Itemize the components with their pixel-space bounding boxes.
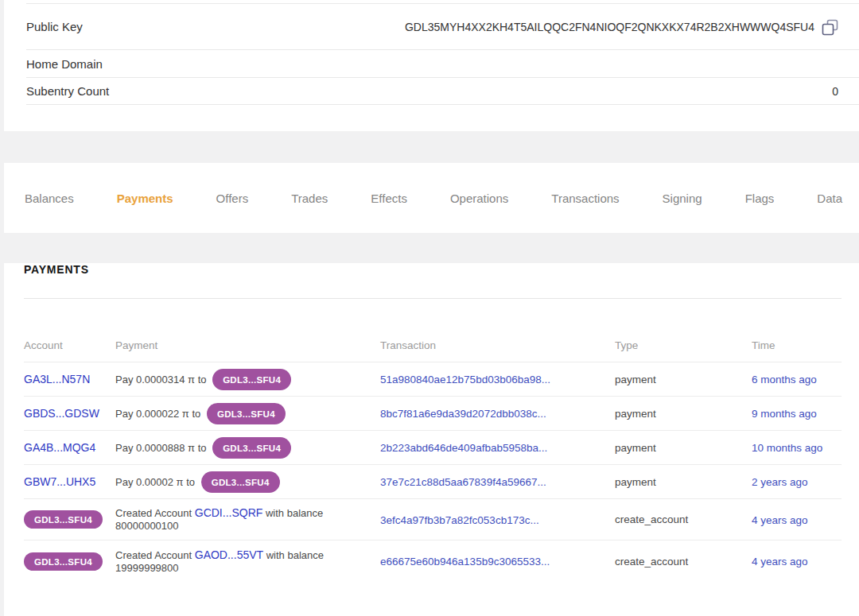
payment-description: Pay 0.000022 π to bbox=[115, 408, 200, 420]
tab-effects[interactable]: Effects bbox=[371, 192, 407, 205]
account-badge[interactable]: GDL3...SFU4 bbox=[24, 510, 103, 529]
operation-type: payment bbox=[615, 476, 752, 488]
transaction-link[interactable]: 51a980840ae12b75bd03b06ba98... bbox=[380, 374, 550, 385]
account-details-rows: Public Key GDL35MYH4XX2KH4T5AILQQC2FN4NI… bbox=[26, 3, 859, 105]
account-badge[interactable]: GDL3...SFU4 bbox=[207, 403, 286, 424]
tab-data[interactable]: Data bbox=[817, 192, 842, 205]
header-account: Account bbox=[24, 339, 115, 351]
tab-payments[interactable]: Payments bbox=[117, 192, 173, 205]
transaction-link[interactable]: 3efc4a97fb3b7a82fc053cb173c... bbox=[380, 514, 539, 526]
payment-description: Pay 0.0000888 π to bbox=[115, 442, 207, 454]
public-key-label: Public Key bbox=[26, 20, 83, 33]
payment-description: Pay 0.00002 π to bbox=[115, 476, 195, 488]
payments-section: PAYMENTS Account Payment Transaction Typ… bbox=[4, 263, 859, 616]
detail-row-public-key: Public Key GDL35MYH4XX2KH4T5AILQQC2FN4NI… bbox=[26, 3, 859, 50]
subentry-count-value: 0 bbox=[832, 85, 838, 98]
time-link[interactable]: 9 months ago bbox=[752, 408, 817, 420]
table-row: GA3L...N57N Pay 0.0000314 π to GDL3...SF… bbox=[24, 362, 842, 397]
time-link[interactable]: 4 years ago bbox=[752, 514, 808, 526]
tab-operations[interactable]: Operations bbox=[450, 192, 508, 205]
time-link[interactable]: 6 months ago bbox=[752, 374, 817, 385]
payments-table-header: Account Payment Transaction Type Time bbox=[24, 299, 842, 362]
payments-section-title: PAYMENTS bbox=[24, 263, 842, 276]
account-link[interactable]: GBDS...GDSW bbox=[24, 407, 99, 420]
account-tabs: Balances Payments Offers Trades Effects … bbox=[4, 163, 859, 233]
account-badge[interactable]: GDL3...SFU4 bbox=[24, 552, 103, 571]
detail-row-home-domain: Home Domain bbox=[26, 50, 859, 78]
payment-description: Created Account bbox=[115, 507, 192, 519]
table-row: GA4B...MQG4 Pay 0.0000888 π to GDL3...SF… bbox=[24, 431, 842, 465]
time-link[interactable]: 10 months ago bbox=[752, 442, 822, 454]
account-details-card: Public Key GDL35MYH4XX2KH4T5AILQQC2FN4NI… bbox=[4, 0, 859, 131]
detail-row-subentry-count: Subentry Count 0 bbox=[26, 78, 859, 105]
transaction-link[interactable]: 2b223abd646de409afbab5958ba... bbox=[380, 442, 547, 454]
transaction-link[interactable]: 8bc7f81a6e9da39d2072dbb038c... bbox=[380, 408, 546, 420]
operation-type: create_account bbox=[615, 556, 752, 568]
transaction-link[interactable]: e66675e60b946a135b9c3065533... bbox=[380, 556, 550, 568]
time-link[interactable]: 4 years ago bbox=[752, 556, 808, 568]
table-row: GDL3...SFU4 Created Account GAOD...55VT … bbox=[24, 540, 842, 582]
account-link[interactable]: GA3L...N57N bbox=[24, 373, 90, 385]
tab-offers[interactable]: Offers bbox=[216, 192, 249, 205]
account-badge[interactable]: GDL3...SFU4 bbox=[212, 369, 291, 390]
table-row: GBDS...GDSW Pay 0.000022 π to GDL3...SFU… bbox=[24, 397, 842, 431]
created-account-link[interactable]: GCDI...SQRF bbox=[195, 506, 263, 519]
public-key-value: GDL35MYH4XX2KH4T5AILQQC2FN4NIOQF2QNKXKX7… bbox=[405, 21, 814, 33]
operation-type: payment bbox=[615, 442, 752, 454]
header-type: Type bbox=[615, 339, 752, 351]
tab-balances[interactable]: Balances bbox=[25, 192, 74, 205]
home-domain-label: Home Domain bbox=[26, 57, 103, 71]
table-row: GDL3...SFU4 Created Account GCDI...SQRF … bbox=[24, 499, 842, 540]
time-link[interactable]: 2 years ago bbox=[752, 476, 808, 488]
payment-description: Created Account bbox=[115, 549, 192, 561]
tab-trades[interactable]: Trades bbox=[291, 192, 328, 205]
header-time: Time bbox=[752, 339, 842, 351]
header-transaction: Transaction bbox=[380, 339, 615, 351]
account-link[interactable]: GA4B...MQG4 bbox=[24, 441, 95, 454]
copy-icon[interactable] bbox=[822, 19, 838, 36]
transaction-link[interactable]: 37e7c21c88d5aa67839f4a59667... bbox=[380, 476, 546, 488]
operation-type: payment bbox=[615, 374, 752, 385]
subentry-count-label: Subentry Count bbox=[26, 84, 109, 98]
table-row: GBW7...UHX5 Pay 0.00002 π to GDL3...SFU4… bbox=[24, 465, 842, 499]
account-badge[interactable]: GDL3...SFU4 bbox=[212, 437, 291, 459]
operation-type: payment bbox=[615, 408, 752, 420]
payment-description: Pay 0.0000314 π to bbox=[115, 374, 207, 385]
account-badge[interactable]: GDL3...SFU4 bbox=[201, 471, 280, 493]
created-account-link[interactable]: GAOD...55VT bbox=[195, 548, 263, 561]
tab-signing[interactable]: Signing bbox=[663, 192, 702, 205]
header-payment: Payment bbox=[115, 339, 380, 351]
account-link[interactable]: GBW7...UHX5 bbox=[24, 475, 95, 488]
operation-type: create_account bbox=[615, 513, 752, 525]
tab-flags[interactable]: Flags bbox=[745, 192, 775, 205]
tab-transactions[interactable]: Transactions bbox=[551, 192, 619, 205]
